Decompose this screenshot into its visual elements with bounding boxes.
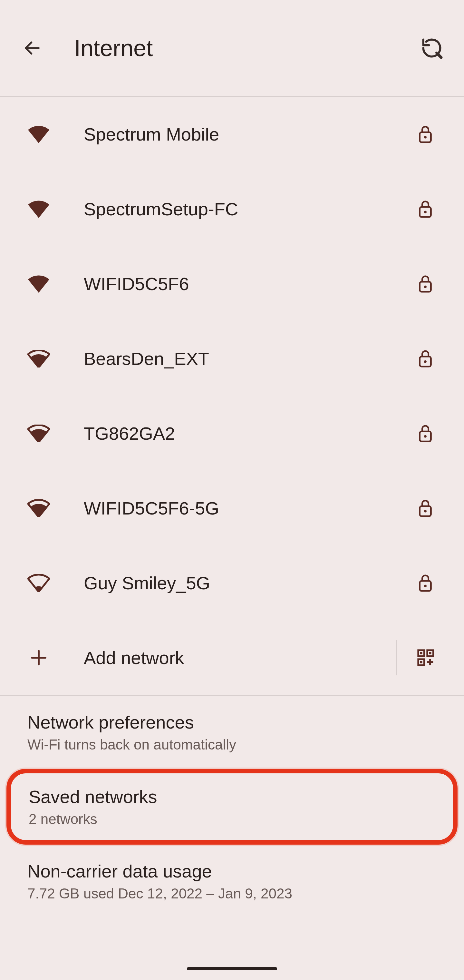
wifi-signal-4-icon [19,115,58,153]
back-button[interactable] [13,29,52,67]
wifi-signal-1-icon [19,563,58,602]
pref-title: Network preferences [27,712,464,733]
reset-network-button[interactable] [412,29,451,67]
svg-point-5 [424,211,427,213]
lock-icon [412,420,438,446]
pref-subtitle: Wi-Fi turns back on automatically [27,737,464,753]
svg-rect-19 [420,652,423,654]
wifi-signal-3-icon [19,414,58,453]
lock-icon [412,121,438,147]
wifi-signal-3-icon [19,489,58,527]
wifi-network-row[interactable]: SpectrumSetup-FC [0,172,464,246]
lock-icon [412,271,438,297]
wifi-ssid: TG862GA2 [84,423,412,444]
pref-subtitle: 7.72 GB used Dec 12, 2022 – Jan 9, 2023 [27,886,464,902]
svg-point-1 [435,52,438,54]
lock-icon [412,570,438,596]
svg-point-9 [424,360,427,363]
wifi-network-row[interactable]: WIFID5C5F6-5G [0,471,464,546]
reset-icon [421,37,443,59]
svg-point-11 [424,435,427,438]
data-usage-row[interactable]: Non-carrier data usage 7.72 GB used Dec … [0,845,464,918]
svg-point-7 [424,286,427,288]
wifi-ssid: Guy Smiley_5G [84,573,412,593]
header: Internet [0,0,464,97]
lock-icon [412,345,438,371]
pref-title: Non-carrier data usage [27,861,464,882]
wifi-network-list: Spectrum Mobile SpectrumSetup-FC WIFID5C… [0,97,464,918]
lock-icon [412,196,438,222]
svg-point-13 [424,510,427,512]
lock-icon [412,495,438,521]
add-network-row: Add network [0,620,464,695]
add-network-button[interactable]: Add network [19,620,396,695]
page-title: Internet [74,35,153,61]
pref-subtitle: 2 networks [29,811,453,827]
svg-rect-23 [420,661,423,663]
plus-icon [19,638,58,677]
qr-code-icon [416,649,435,667]
arrow-left-icon [22,38,42,58]
wifi-signal-4-icon [19,189,58,228]
saved-networks-row[interactable]: Saved networks 2 networks [6,769,458,845]
add-network-label: Add network [84,648,184,668]
wifi-ssid: Spectrum Mobile [84,124,412,145]
pref-title: Saved networks [29,786,453,807]
wifi-ssid: WIFID5C5F6-5G [84,498,412,519]
wifi-network-row[interactable]: BearsDen_EXT [0,321,464,396]
scan-qr-button[interactable] [396,640,454,675]
wifi-network-row[interactable]: Spectrum Mobile [0,97,464,172]
wifi-ssid: WIFID5C5F6 [84,274,412,294]
wifi-signal-4-icon [19,264,58,303]
network-preferences-row[interactable]: Network preferences Wi-Fi turns back on … [0,696,464,769]
wifi-network-row[interactable]: TG862GA2 [0,396,464,471]
wifi-signal-3-icon [19,339,58,378]
svg-rect-21 [429,652,431,654]
wifi-network-row[interactable]: Guy Smiley_5G [0,546,464,620]
wifi-network-row[interactable]: WIFID5C5F6 [0,246,464,321]
wifi-ssid: SpectrumSetup-FC [84,199,412,220]
wifi-ssid: BearsDen_EXT [84,348,412,369]
svg-point-3 [424,136,427,138]
svg-point-15 [424,585,427,587]
home-indicator[interactable] [187,967,277,970]
